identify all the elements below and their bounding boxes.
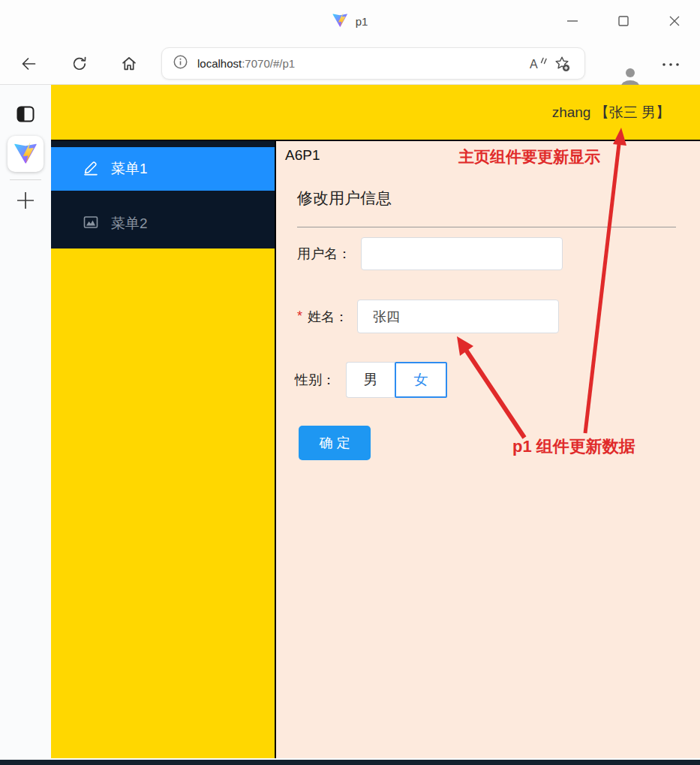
back-button[interactable]: [17, 52, 41, 76]
title-bar: p1: [0, 0, 700, 42]
annotation-update-note: p1 组件更新数据: [512, 435, 635, 458]
gender-option-male[interactable]: 男: [346, 362, 395, 398]
browser-toolbar: localhost:7070/#/p1 A: [0, 42, 700, 85]
tab-title: p1: [356, 15, 368, 28]
nav-item-label: 菜单1: [111, 159, 148, 179]
username-input[interactable]: [361, 237, 563, 270]
maximize-button[interactable]: [598, 0, 649, 42]
url-host: localhost: [197, 57, 242, 70]
name-row: * 姓名：: [297, 300, 559, 333]
nav-item-label: 菜单2: [111, 214, 148, 233]
url-text: localhost:7070/#/p1: [197, 57, 526, 70]
nav-menu: 菜单1 菜单2: [51, 141, 275, 248]
profile-avatar[interactable]: [605, 51, 630, 77]
form-title-divider: [297, 227, 676, 227]
settings-more-icon[interactable]: [656, 52, 686, 76]
logged-in-user-info: zhang 【张三 男】: [552, 103, 670, 122]
annotation-header-note: 主页组件要更新显示: [458, 146, 600, 167]
nav-item-menu1[interactable]: 菜单1: [51, 147, 275, 191]
main-content: A6P1 主页组件要更新显示 修改用户信息 用户名： * 姓名： 性别： 男: [276, 141, 700, 758]
close-button[interactable]: [649, 0, 700, 42]
url-path: :7070/#/p1: [242, 57, 295, 70]
app-header: zhang 【张三 男】: [51, 85, 700, 141]
home-button[interactable]: [117, 52, 141, 76]
confirm-button[interactable]: 确 定: [299, 426, 371, 460]
page-id-label: A6P1: [285, 147, 320, 164]
vite-favicon-icon: [332, 12, 347, 30]
minimize-button[interactable]: [547, 0, 598, 42]
page-info-icon[interactable]: [173, 54, 188, 73]
active-tab-thumbnail[interactable]: [8, 136, 44, 172]
web-page: zhang 【张三 男】 菜单1: [51, 85, 700, 760]
active-tab[interactable]: p1: [332, 0, 368, 42]
vertical-tabs-sidebar: [0, 85, 51, 760]
refresh-button[interactable]: [68, 52, 92, 76]
sidebar-divider: [10, 179, 41, 180]
app-sidebar-nav: 菜单1 菜单2: [51, 141, 276, 758]
edit-icon: [83, 159, 99, 179]
window-controls: [547, 0, 700, 42]
name-input[interactable]: [357, 300, 559, 333]
read-aloud-icon[interactable]: A: [526, 52, 550, 76]
gender-row: 性别： 男 女: [295, 362, 447, 398]
add-favorite-star-icon[interactable]: [550, 52, 574, 76]
browser-window: p1: [0, 0, 700, 765]
nav-item-menu2[interactable]: 菜单2: [51, 201, 275, 246]
new-tab-plus-icon[interactable]: [13, 188, 38, 214]
gender-option-female-selected[interactable]: 女: [395, 362, 447, 398]
svg-text:A: A: [530, 58, 538, 71]
username-label: 用户名：: [297, 245, 361, 263]
chart-icon: [83, 214, 99, 234]
tab-actions-icon[interactable]: [14, 103, 38, 127]
gender-label: 性别：: [295, 371, 346, 389]
form-title: 修改用户信息: [297, 188, 392, 209]
username-row: 用户名：: [297, 237, 563, 270]
window-bottom-edge: [0, 760, 700, 765]
vite-logo-icon: [14, 141, 37, 167]
address-bar[interactable]: localhost:7070/#/p1 A: [161, 47, 585, 80]
name-label: 姓名：: [308, 308, 357, 326]
gender-toggle-group: 男 女: [346, 362, 447, 398]
required-asterisk: *: [297, 309, 308, 324]
